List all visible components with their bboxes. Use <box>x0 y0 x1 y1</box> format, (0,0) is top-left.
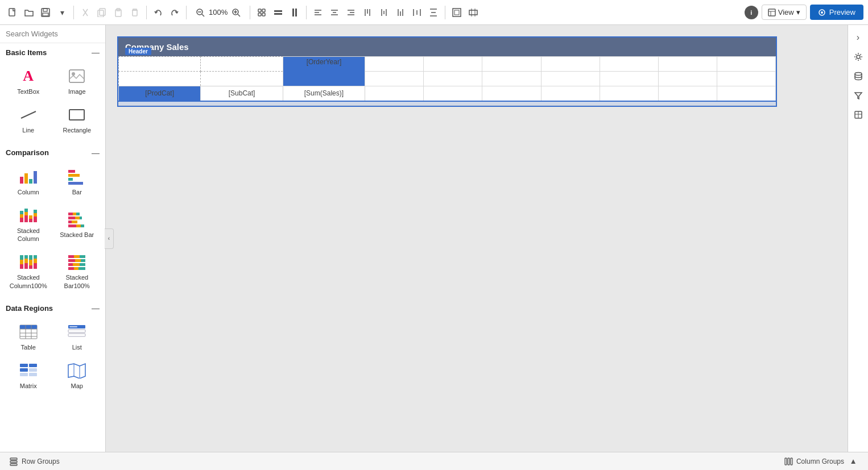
align-h-button[interactable] <box>270 5 286 20</box>
sidebar-item-textbox[interactable]: A TextBox <box>5 63 52 100</box>
history-tools <box>150 5 183 20</box>
svg-rect-129 <box>68 334 85 336</box>
sidebar-item-stacked-column-100[interactable]: Stacked Column100% <box>5 248 52 294</box>
view-button[interactable]: View ▾ <box>762 5 807 20</box>
align-top-button[interactable] <box>359 5 375 20</box>
left-sidebar: Basic Items — A TextBox Image <box>0 25 106 452</box>
sidebar-item-line[interactable]: Line <box>5 101 52 139</box>
svg-rect-119 <box>78 267 85 270</box>
svg-rect-113 <box>81 259 85 262</box>
svg-rect-75 <box>20 214 23 218</box>
image-label: Image <box>68 88 86 95</box>
map-icon-wrap <box>67 361 87 380</box>
data-button[interactable] <box>850 68 866 84</box>
svg-rect-128 <box>68 330 85 332</box>
table-cell <box>482 57 541 72</box>
right-sidebar: › <box>848 25 868 452</box>
save-button[interactable] <box>38 5 53 20</box>
sidebar-item-image[interactable]: Image <box>53 63 101 100</box>
list-label: List <box>72 343 82 351</box>
stacked-column-100-label: Stacked Column100% <box>7 273 50 290</box>
svg-rect-0 <box>9 9 15 16</box>
svg-rect-86 <box>73 213 76 215</box>
svg-rect-84 <box>34 210 37 213</box>
basic-items-label: Basic Items <box>6 48 47 57</box>
canvas-area[interactable]: Company Sales Header <box>106 25 848 452</box>
comparison-collapse[interactable]: — <box>92 148 100 157</box>
size-same-button[interactable] <box>449 5 465 20</box>
main-layout: Basic Items — A TextBox Image <box>0 25 868 452</box>
basic-items-collapse[interactable]: — <box>92 48 100 57</box>
map-icon <box>67 363 86 379</box>
svg-rect-149 <box>788 458 790 465</box>
select-button[interactable] <box>254 5 270 20</box>
sidebar-item-bar[interactable]: Bar <box>53 163 101 201</box>
sidebar-collapse-toggle[interactable]: ‹ <box>105 228 114 249</box>
svg-rect-67 <box>24 173 28 184</box>
distribute-v-button[interactable] <box>425 5 441 20</box>
align-center-button[interactable] <box>326 5 342 20</box>
zoom-in-button[interactable] <box>228 5 244 20</box>
svg-rect-121 <box>20 325 37 329</box>
preview-button[interactable]: Preview <box>810 5 863 20</box>
sidebar-item-matrix[interactable]: Matrix <box>5 357 52 394</box>
sidebar-search-bar[interactable] <box>0 25 105 43</box>
bottom-collapse-button[interactable]: ▲ <box>848 456 859 467</box>
undo-button[interactable] <box>150 5 166 20</box>
align-bottom-button[interactable] <box>392 5 408 20</box>
report-settings-button[interactable] <box>850 107 866 123</box>
redo-button[interactable] <box>167 5 183 20</box>
new-button[interactable] <box>5 5 20 20</box>
paste-button[interactable] <box>110 5 126 20</box>
delete-button[interactable] <box>127 5 143 20</box>
toolbar-right: i View ▾ Preview <box>745 5 863 20</box>
sidebar-item-rectangle[interactable]: Rectangle <box>53 101 101 139</box>
right-collapse-button[interactable]: › <box>850 30 866 45</box>
stacked-bar-100-icon-wrap <box>67 253 87 271</box>
info-button[interactable]: i <box>745 6 758 19</box>
table-icon-wrap <box>18 323 39 341</box>
svg-rect-98 <box>20 255 23 260</box>
data-regions-label: Data Regions <box>6 304 53 313</box>
align-v-button[interactable] <box>287 5 303 20</box>
svg-rect-23 <box>274 13 282 15</box>
stacked-bar-icon <box>67 211 86 227</box>
prod-cat-cell: [ProdCat] <box>119 86 201 101</box>
open-button[interactable] <box>21 5 37 20</box>
toolbar: ▾ 100% <box>0 0 868 25</box>
svg-rect-70 <box>68 170 75 173</box>
size-fit-button[interactable] <box>465 5 481 20</box>
sidebar-item-map[interactable]: Map <box>53 357 101 394</box>
align-middle-button[interactable] <box>376 5 392 20</box>
svg-rect-62 <box>69 70 84 82</box>
sidebar-item-stacked-bar-100[interactable]: Stacked Bar100% <box>53 248 101 294</box>
filter-button[interactable] <box>850 88 866 103</box>
zoom-out-button[interactable] <box>192 5 208 20</box>
sidebar-item-column[interactable]: Column <box>5 163 52 201</box>
svg-rect-68 <box>29 179 32 184</box>
sidebar-item-stacked-bar[interactable]: Stacked Bar <box>53 202 101 248</box>
sidebar-item-table[interactable]: Table <box>5 318 52 356</box>
svg-rect-83 <box>34 213 37 217</box>
table-cell <box>541 72 600 86</box>
svg-rect-114 <box>68 263 73 266</box>
distribute-h-button[interactable] <box>409 5 425 20</box>
svg-rect-150 <box>791 458 792 465</box>
column-label: Column <box>18 188 39 196</box>
save-dropdown-button[interactable]: ▾ <box>54 5 70 20</box>
properties-button[interactable] <box>850 49 866 65</box>
cut-button[interactable] <box>77 5 93 20</box>
align-left-button[interactable] <box>310 5 326 20</box>
data-regions-collapse[interactable]: — <box>92 303 100 313</box>
table-cell <box>201 57 283 72</box>
section-basic-items: Basic Items — <box>0 43 105 60</box>
svg-rect-146 <box>10 461 17 463</box>
svg-rect-50 <box>453 9 461 16</box>
sidebar-item-stacked-column[interactable]: Stacked Column <box>5 202 52 248</box>
svg-rect-90 <box>80 217 82 219</box>
matrix-label: Matrix <box>20 382 37 390</box>
align-right-button[interactable] <box>343 5 359 20</box>
copy-button[interactable] <box>94 5 110 20</box>
search-input[interactable] <box>6 30 101 38</box>
sidebar-item-list[interactable]: List <box>53 318 101 356</box>
